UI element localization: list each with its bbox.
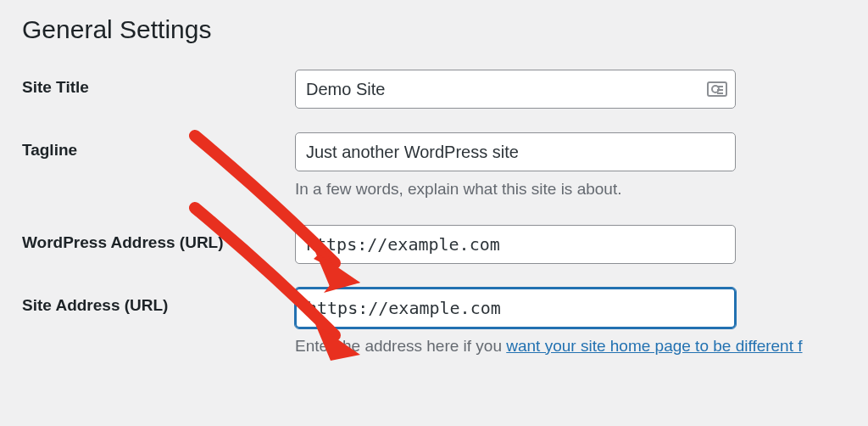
contact-card-icon: [707, 81, 727, 97]
tagline-label: Tagline: [22, 132, 295, 160]
wp-address-input[interactable]: [295, 225, 736, 264]
tagline-description: In a few words, explain what this site i…: [295, 178, 846, 201]
wp-address-row: WordPress Address (URL): [22, 225, 846, 264]
page-title: General Settings: [22, 15, 846, 44]
site-title-input[interactable]: [295, 70, 736, 109]
tagline-row: Tagline In a few words, explain what thi…: [22, 132, 846, 201]
site-address-input[interactable]: [295, 288, 736, 328]
site-address-desc-prefix: Enter the address here if you: [295, 337, 506, 355]
wp-address-label: WordPress Address (URL): [22, 225, 295, 252]
site-title-row: Site Title: [22, 70, 846, 109]
site-address-label: Site Address (URL): [22, 288, 295, 315]
site-title-label: Site Title: [22, 70, 295, 97]
tagline-input[interactable]: [295, 132, 736, 171]
site-address-row: Site Address (URL) Enter the address her…: [22, 288, 846, 358]
site-address-desc-link[interactable]: want your site home page to be different…: [506, 337, 802, 355]
site-address-description: Enter the address here if you want your …: [295, 335, 846, 358]
